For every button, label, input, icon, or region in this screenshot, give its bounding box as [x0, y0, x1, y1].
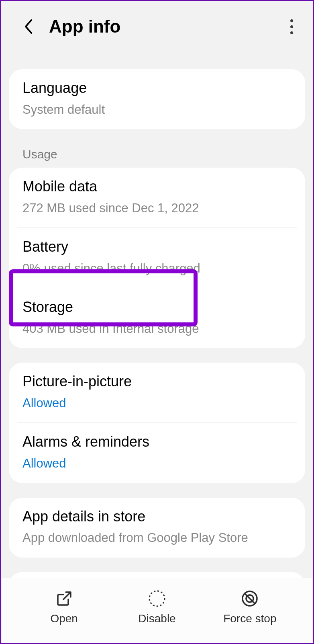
open-label: Open: [50, 612, 78, 625]
language-title: Language: [22, 79, 292, 98]
mobile-data-value: 272 MB used since Dec 1, 2022: [22, 200, 292, 216]
storage-title: Storage: [22, 298, 292, 317]
more-icon: [290, 19, 293, 34]
store-value: App downloaded from Google Play Store: [22, 530, 292, 546]
page-title: App info: [49, 16, 120, 37]
alarms-value: Allowed: [22, 455, 292, 472]
bottom-bar: Open Disable Force stop: [2, 578, 312, 643]
storage-value: 403 MB used in Internal storage: [22, 321, 292, 337]
back-icon: [23, 18, 35, 35]
store-item[interactable]: App details in store App downloaded from…: [9, 498, 305, 558]
open-button[interactable]: Open: [18, 589, 110, 625]
pip-item[interactable]: Picture-in-picture Allowed: [9, 363, 305, 422]
store-title: App details in store: [22, 507, 292, 526]
mobile-data-title: Mobile data: [22, 177, 292, 196]
force-stop-label: Force stop: [223, 612, 276, 625]
language-item[interactable]: Language System default: [9, 69, 305, 129]
permissions-card: Picture-in-picture Allowed Alarms & remi…: [9, 363, 305, 483]
version-card: Version 11.71.0300: [9, 572, 305, 578]
alarms-title: Alarms & reminders: [22, 433, 292, 451]
pip-value: Allowed: [22, 395, 292, 411]
open-icon: [55, 589, 74, 608]
back-button[interactable]: [20, 18, 38, 35]
mobile-data-item[interactable]: Mobile data 272 MB used since Dec 1, 202…: [9, 168, 305, 228]
usage-card: Mobile data 272 MB used since Dec 1, 202…: [9, 168, 305, 348]
alarms-item[interactable]: Alarms & reminders Allowed: [9, 423, 305, 483]
force-stop-button[interactable]: Force stop: [204, 589, 296, 625]
battery-title: Battery: [22, 238, 292, 256]
usage-section-header: Usage: [1, 144, 313, 168]
header: App info: [1, 1, 313, 52]
language-card: Language System default: [9, 69, 305, 129]
battery-item[interactable]: Battery 0% used since last fully charged: [9, 228, 305, 288]
store-card: App details in store App downloaded from…: [9, 498, 305, 558]
battery-value: 0% used since last fully charged: [22, 260, 292, 277]
disable-icon: [147, 589, 167, 608]
disable-label: Disable: [138, 612, 175, 625]
disable-button[interactable]: Disable: [110, 589, 203, 625]
svg-point-0: [149, 591, 165, 606]
more-options-button[interactable]: [282, 17, 301, 36]
force-stop-icon: [240, 589, 259, 608]
language-value: System default: [22, 102, 292, 118]
storage-item[interactable]: Storage 403 MB used in Internal storage: [9, 288, 305, 348]
pip-title: Picture-in-picture: [22, 372, 292, 391]
